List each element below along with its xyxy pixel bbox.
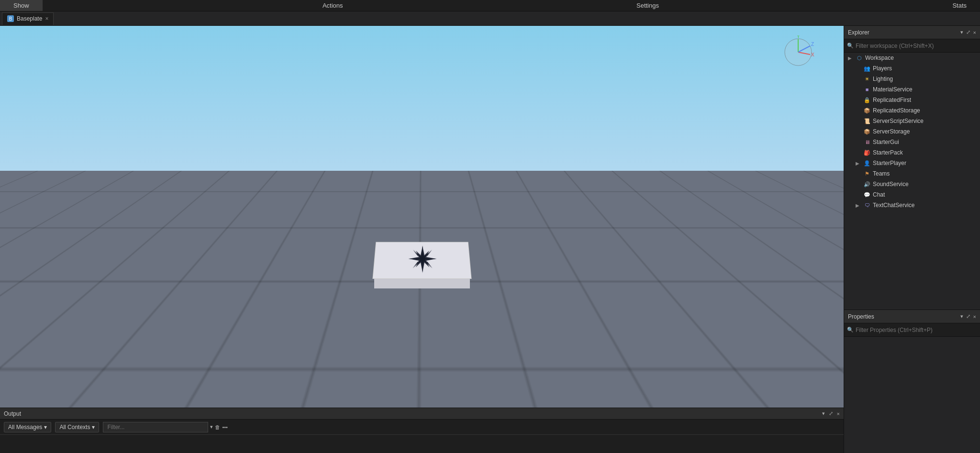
tree-label-teams: Teams (873, 170, 890, 177)
output-panel: Output ▾ ⤢ × All Messages ▾ All Contexts… (0, 408, 844, 453)
tree-label-players: Players (873, 65, 892, 72)
svg-text:Y: Y (797, 35, 800, 39)
properties-filter-bar: 🔍 (844, 323, 980, 337)
tree-item-teams[interactable]: ⚑ Teams (844, 168, 980, 179)
sky-background (0, 26, 844, 171)
output-clear-btn[interactable]: 🗑 (215, 424, 220, 430)
tree-label-starter-player: StarterPlayer (873, 160, 906, 166)
properties-body (844, 337, 980, 453)
tree-item-server-script-service[interactable]: 📜 ServerScriptService (844, 116, 980, 126)
tree-item-players[interactable]: 👥 Players (844, 63, 980, 74)
tree-icon-chat: 💬 (863, 191, 871, 199)
baseplate-top-face (372, 242, 471, 278)
tab-close-button[interactable]: × (45, 15, 48, 22)
explorer-actions: ▾ ⤢ × (960, 29, 976, 35)
output-header: Output ▾ ⤢ × (0, 408, 844, 420)
tree-label-text-chat-service: TextChatService (873, 202, 914, 209)
output-filter-input[interactable] (103, 422, 208, 432)
tree-icon-players: 👥 (863, 65, 871, 72)
contexts-dropdown[interactable]: All Contexts ▾ (55, 422, 99, 432)
tree-icon-lighting: ☀ (863, 75, 871, 83)
explorer-section: Explorer ▾ ⤢ × 🔍 ▶ ⬡ Workspace 👥 Players (844, 26, 980, 309)
star-decal (383, 244, 461, 275)
properties-filter-input[interactable] (856, 327, 977, 333)
viewport[interactable]: X Y Z (0, 26, 844, 408)
menu-stats[interactable]: Stats (939, 0, 980, 11)
viewport-container: X Y Z Output ▾ ⤢ × All Messag (0, 26, 844, 453)
tab-baseplate-icon: B (7, 15, 14, 22)
tree-item-starter-pack[interactable]: 🎒 StarterPack (844, 147, 980, 158)
explorer-filter-input[interactable] (856, 43, 977, 49)
output-collapse-btn[interactable]: ▾ (822, 410, 825, 417)
output-filter-container: ▾ 🗑 ••• (103, 422, 840, 432)
tree-item-replicated-storage[interactable]: 📦 ReplicatedStorage (844, 105, 980, 116)
properties-expand-btn[interactable]: ⤢ (966, 313, 970, 320)
output-filter-dropdown-btn[interactable]: ▾ (210, 424, 213, 430)
tree-label-replicated-first: ReplicatedFirst (873, 97, 911, 103)
tree-item-workspace[interactable]: ▶ ⬡ Workspace (844, 53, 980, 63)
tree-item-starter-player[interactable]: ▶ 👤 StarterPlayer (844, 158, 980, 168)
output-body[interactable] (0, 435, 844, 453)
properties-collapse-btn[interactable]: ▾ (960, 313, 963, 320)
tree-label-starter-pack: StarterPack (873, 149, 903, 156)
tree-label-starter-gui: StarterGui (873, 139, 899, 145)
explorer-collapse-btn[interactable]: ▾ (960, 29, 963, 35)
output-close-btn[interactable]: × (837, 411, 840, 417)
output-expand-btn[interactable]: ⤢ (829, 410, 833, 417)
properties-title: Properties (848, 313, 874, 320)
output-toolbar: All Messages ▾ All Contexts ▾ ▾ 🗑 ••• (0, 420, 844, 435)
tree-label-replicated-storage: ReplicatedStorage (873, 107, 920, 114)
baseplate-front-face (374, 279, 470, 288)
tree-arrow-starter-player: ▶ (856, 161, 861, 166)
tree-icon-replicated-storage: 📦 (863, 107, 871, 114)
svg-text:X: X (811, 52, 814, 57)
properties-actions: ▾ ⤢ × (960, 313, 976, 320)
tree-icon-starter-pack: 🎒 (863, 149, 871, 156)
properties-header: Properties ▾ ⤢ × (844, 310, 980, 323)
svg-text:Z: Z (811, 42, 814, 47)
tree-item-sound-service[interactable]: 🔊 SoundService (844, 179, 980, 189)
menu-actions[interactable]: Actions (309, 0, 356, 11)
baseplate-object (369, 241, 475, 293)
tree-icon-server-storage: 📦 (863, 128, 871, 135)
explorer-header: Explorer ▾ ⤢ × (844, 26, 980, 39)
properties-close-btn[interactable]: × (973, 314, 976, 320)
tree-icon-starter-gui: 🖥 (863, 138, 871, 146)
tree-label-chat: Chat (873, 191, 885, 198)
tree-icon-replicated-first: 🔒 (863, 96, 871, 104)
menu-show[interactable]: Show (0, 0, 43, 11)
axes-indicator: X Y Z (781, 35, 815, 69)
tree-label-server-storage: ServerStorage (873, 128, 910, 135)
tree-label-sound-service: SoundService (873, 181, 909, 188)
explorer-tree: ▶ ⬡ Workspace 👥 Players ☀ Lighting ■ Mat… (844, 53, 980, 309)
tree-icon-server-script-service: 📜 (863, 117, 871, 125)
top-menubar: Show Actions Settings Stats (0, 0, 980, 11)
tree-arrow-text-chat-service: ▶ (856, 203, 861, 208)
tree-item-starter-gui[interactable]: 🖥 StarterGui (844, 137, 980, 147)
tree-label-server-script-service: ServerScriptService (873, 118, 924, 124)
tree-item-material-service[interactable]: ■ MaterialService (844, 84, 980, 95)
tree-item-chat[interactable]: 💬 Chat (844, 189, 980, 200)
tree-icon-starter-player: 👤 (863, 159, 871, 167)
star-svg (383, 244, 461, 275)
explorer-expand-btn[interactable]: ⤢ (966, 29, 970, 35)
explorer-close-btn[interactable]: × (973, 30, 976, 35)
output-title: Output (4, 410, 21, 417)
messages-dropdown[interactable]: All Messages ▾ (4, 422, 51, 432)
output-controls: ▾ ⤢ × (822, 410, 840, 417)
main-content: X Y Z Output ▾ ⤢ × All Messag (0, 26, 980, 453)
tree-item-replicated-first[interactable]: 🔒 ReplicatedFirst (844, 95, 980, 105)
tree-item-text-chat-service[interactable]: ▶ 🗨 TextChatService (844, 200, 980, 210)
contexts-label: All Contexts (59, 424, 90, 431)
properties-section: Properties ▾ ⤢ × 🔍 (844, 309, 980, 453)
tab-baseplate[interactable]: B Baseplate × (2, 12, 54, 25)
tab-bar: B Baseplate × (0, 11, 980, 26)
explorer-filter-icon: 🔍 (847, 43, 854, 49)
output-more-btn[interactable]: ••• (222, 424, 228, 430)
tree-label-material-service: MaterialService (873, 86, 913, 93)
tree-item-lighting[interactable]: ☀ Lighting (844, 74, 980, 84)
tree-icon-material-service: ■ (863, 86, 871, 93)
menu-settings[interactable]: Settings (623, 0, 672, 11)
tree-item-server-storage[interactable]: 📦 ServerStorage (844, 126, 980, 137)
tree-label-lighting: Lighting (873, 76, 893, 82)
